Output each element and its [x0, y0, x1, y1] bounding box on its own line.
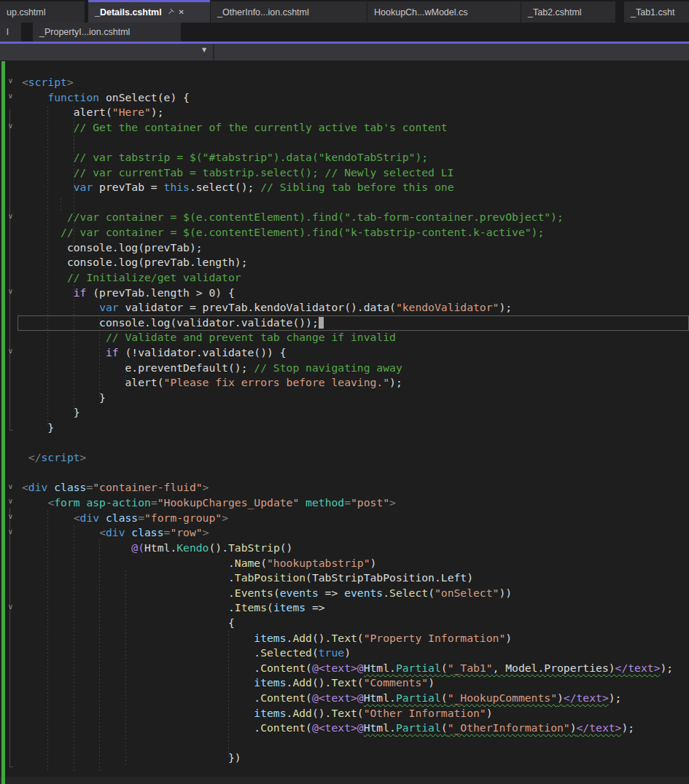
code-line[interactable]: if (!validator.validate()) {	[22, 345, 673, 361]
code-token: div	[28, 481, 48, 493]
code-token	[22, 91, 47, 103]
fold-chevron-icon[interactable]: ∨	[5, 77, 16, 85]
fold-chevron-icon[interactable]: ∨	[5, 482, 16, 490]
code-line[interactable]: alert("Please fix errors before leaving.…	[22, 375, 673, 391]
code-token: (prevTab.length > 0) {	[86, 286, 234, 299]
code-token: "hookuptabstrip"	[267, 557, 370, 569]
code-line[interactable]: <div class="container-fluid">	[22, 480, 673, 495]
code-line[interactable]: items.Add().Text("Other Information")	[22, 706, 673, 721]
code-line[interactable]: //var container = $(e.contentElement).fi…	[22, 210, 673, 225]
code-token: ().	[312, 676, 332, 689]
code-token: form	[54, 496, 79, 509]
code-line[interactable]: items.Add().Text("Comments")	[22, 675, 673, 691]
fold-chevron-icon[interactable]: ∨	[5, 287, 16, 295]
code-line[interactable]	[22, 135, 673, 150]
code-line[interactable]: .Content(@<text>@Html.Partial("_Tab1", M…	[22, 661, 673, 676]
fold-chevron-icon[interactable]: ∨	[5, 528, 16, 536]
code-line[interactable]: .TabPosition(TabStripTabPosition.Left)	[22, 571, 673, 586]
editor-tab[interactable]: up.cshtml	[0, 1, 85, 23]
code-token: // var currentTab = tabstrip.select(); /…	[22, 166, 454, 179]
code-token: <	[22, 481, 28, 493]
code-line[interactable]: // Get the container of the currently ac…	[22, 120, 673, 136]
code-line[interactable]: @(Html.Kendo().TabStrip()	[22, 541, 673, 556]
code-token: (	[357, 632, 364, 644]
code-line[interactable]: </script>	[22, 450, 673, 466]
code-token: @<text>@	[312, 691, 364, 704]
code-token: (	[428, 587, 435, 599]
editor-tab[interactable]: l	[0, 23, 21, 42]
code-line[interactable]	[22, 466, 673, 481]
code-token: "form-group"	[144, 511, 222, 524]
code-line[interactable]: console.log(prevTab.length);	[22, 255, 673, 270]
code-token: .	[22, 662, 260, 674]
code-line[interactable]: var prevTab = this.select(); // Sibling …	[22, 180, 673, 195]
code-line[interactable]: if (prevTab.length > 0) {	[22, 286, 673, 301]
fold-chevron-icon[interactable]: ∨	[5, 122, 16, 130]
editor-tab[interactable]: HookupCh...wModel.cs	[367, 1, 521, 23]
fold-chevron-icon[interactable]: ∨	[5, 212, 16, 220]
code-line[interactable]: // Initialize/get validator	[22, 270, 673, 286]
code-line[interactable]: }	[22, 391, 673, 406]
code-token	[22, 301, 99, 313]
code-token: div	[80, 511, 100, 524]
fold-chevron-icon[interactable]: ∨	[5, 92, 16, 100]
code-line[interactable]: items.Add().Text("Property Information")	[22, 631, 673, 646]
code-line[interactable]: }	[22, 405, 673, 420]
code-token: (TabStripTabPosition.Left)	[305, 571, 473, 584]
code-token: div	[106, 526, 125, 538]
code-token: "HookupCharges_Update"	[157, 496, 300, 509]
code-line[interactable]	[22, 736, 673, 751]
code-line[interactable]: }	[22, 420, 673, 436]
code-line[interactable]: var validator = prevTab.kendoValidator()…	[22, 300, 673, 315]
code-line[interactable]: .Selected(true)	[22, 646, 673, 661]
code-line[interactable]: // var container = $(e.contentElement).f…	[22, 225, 673, 240]
editor-tab[interactable]: _OtherInfo...ion.cshtml	[211, 1, 367, 23]
fold-chevron-icon[interactable]: ∨	[5, 347, 16, 355]
code-token: "post"	[351, 496, 389, 509]
code-line[interactable]: .Name("hookuptabstrip")	[22, 556, 673, 571]
editor-tab[interactable]: _Tab2.cshtml	[521, 1, 615, 23]
fold-chevron-icon[interactable]: ∨	[5, 603, 16, 611]
chevron-down-icon[interactable]: ▼	[202, 47, 206, 53]
horizontal-scrollbar[interactable]	[0, 777, 689, 784]
code-line[interactable]: })	[22, 750, 673, 766]
editor-tab[interactable]: _Details.cshtml⊤✕	[88, 0, 210, 23]
code-token: // Initialize/get validator	[22, 271, 241, 283]
fold-chevron-icon[interactable]: ∨	[5, 497, 16, 505]
code-line[interactable]: alert("Here");	[22, 105, 673, 120]
code-line[interactable]: <div class="form-group">	[22, 511, 673, 526]
navigation-bar[interactable]	[0, 44, 689, 60]
code-pane[interactable]: <script> function onSelect(e) { alert("H…	[22, 75, 673, 766]
code-line[interactable]: {	[22, 616, 673, 631]
editor-tab[interactable]: _PropertyI...ion.cshtml	[33, 23, 181, 42]
code-line[interactable]: function onSelect(e) {	[22, 90, 673, 106]
outline-guide-tick	[9, 430, 13, 431]
code-token: TabStrip	[228, 541, 280, 554]
code-line[interactable]: <script>	[22, 75, 673, 90]
document-tab-row-1: up.cshtml_Details.cshtml⊤✕_OtherInfo...i…	[0, 0, 689, 23]
code-line[interactable]: e.preventDefault(); // Stop navigating a…	[22, 361, 673, 376]
close-icon[interactable]: ✕	[178, 9, 184, 16]
code-line[interactable]	[22, 195, 673, 211]
code-line[interactable]: .Events(events => events.Select("onSelec…	[22, 586, 673, 601]
code-line[interactable]: .Items(items =>	[22, 600, 673, 616]
code-line[interactable]: <div class="row">	[22, 525, 673, 541]
fold-chevron-icon[interactable]: ∨	[5, 512, 16, 520]
code-line[interactable]: console.log(prevTab);	[22, 240, 673, 256]
editor-tab[interactable]: _Tab1.csht	[624, 1, 689, 23]
outline-guide-line	[9, 109, 10, 430]
code-line[interactable]: // Validate and prevent tab change if in…	[22, 330, 673, 345]
code-token: (	[305, 691, 312, 704]
code-line[interactable]: .Content(@<text>@Html.Partial("_HookupCo…	[22, 691, 673, 706]
code-line[interactable]	[22, 436, 673, 451]
code-token: "onSelect"	[435, 587, 499, 599]
code-line[interactable]: <form asp-action="HookupCharges_Update" …	[22, 495, 673, 511]
code-line[interactable]: .Content(@<text>@Html.Partial("_OtherInf…	[22, 721, 673, 736]
code-token: Partial	[396, 662, 441, 674]
code-line[interactable]: console.log(validator.validate());	[22, 315, 673, 331]
code-line[interactable]: // var currentTab = tabstrip.select(); /…	[22, 165, 673, 181]
code-token: if	[106, 346, 119, 358]
pin-icon[interactable]: ⊤	[165, 7, 174, 17]
code-token: (	[305, 662, 312, 674]
code-line[interactable]: // var tabstrip = $("#tabstrip").data("k…	[22, 150, 673, 165]
